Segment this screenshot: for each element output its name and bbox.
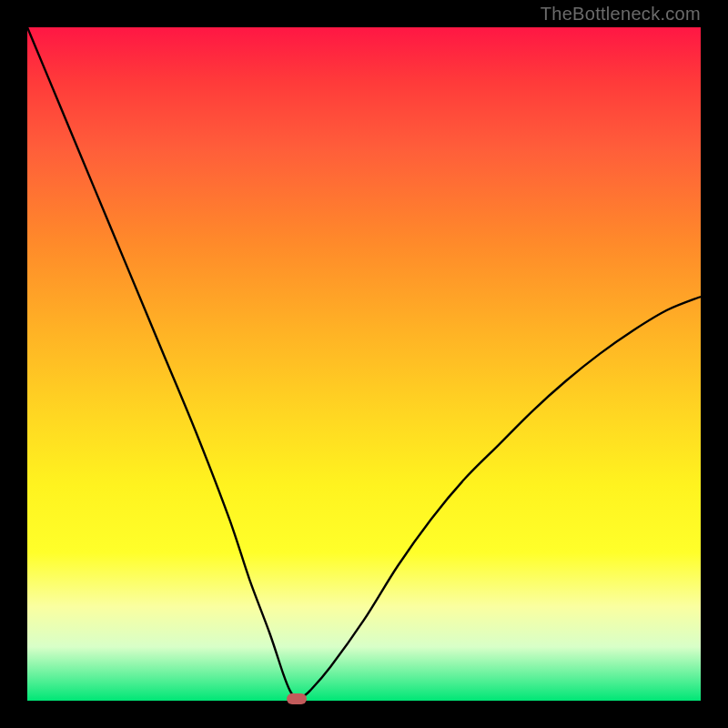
minimum-marker xyxy=(287,693,307,704)
plot-area xyxy=(27,27,701,701)
attribution-text: TheBottleneck.com xyxy=(541,4,701,25)
curve-path xyxy=(27,27,701,699)
chart-frame: TheBottleneck.com xyxy=(0,0,728,728)
bottleneck-curve xyxy=(27,27,701,701)
